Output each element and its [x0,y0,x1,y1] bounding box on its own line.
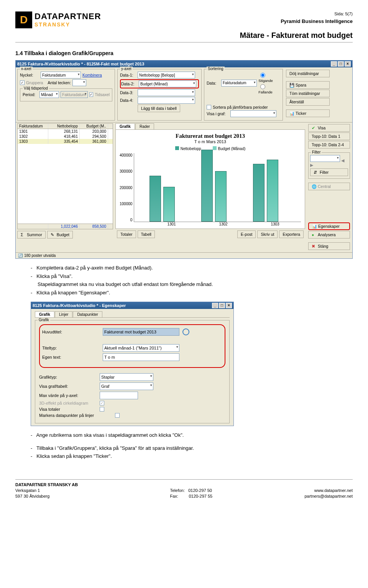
sortering-group: Sortering Data: Fakturadatum Stigande Fa… [204,69,283,121]
summor-button[interactable]: ΣSummor [17,231,46,238]
exportera-button[interactable]: Exportera [279,230,304,238]
egentext-input[interactable]: T o m [103,353,179,361]
huvudtitel-input[interactable]: Fakturerat mot budget 2013 [103,328,179,336]
side-buttons-top: Dölj inställningar 💾Spara Töm inställnin… [285,69,330,121]
sortera-jam-checkbox[interactable] [207,105,211,109]
data3-select[interactable] [138,89,195,96]
check-icon: ✔ [312,126,316,130]
egenskaper-button[interactable]: 📊Egenskaper [308,222,350,230]
window-title-2: 8125 Faktura-/Kvittoarkivstudio * - Egen… [33,303,126,308]
tab2-grafik[interactable]: Grafik [35,311,54,317]
footer-mail: partners@datapartner.net [304,493,353,499]
brand-name: DATAPARTNER [34,11,101,21]
bar-1303-budget [267,160,278,222]
minimize-button-2[interactable]: _ [212,303,218,308]
next-icon[interactable]: ▶ [310,163,313,167]
brand-sub: STRANSKY [34,21,101,28]
tab-grafik[interactable]: Grafik [115,123,135,129]
close-button[interactable]: × [345,61,351,67]
dolj-button[interactable]: Dölj inställningar [286,70,330,77]
studio-window: 8125 Faktura-/Kvittoarkivstudio * - 8125… [15,60,353,259]
page-title: Mätare - Fakturerat mot budget [240,31,353,40]
titeltyp-select[interactable]: Aktuell månad-1 ("Mars 2011") [103,344,179,352]
data4-select[interactable] [138,97,195,104]
markera-checkbox[interactable] [115,413,120,418]
prev-icon[interactable]: ◀ [341,158,344,163]
maxy-input[interactable] [100,392,138,399]
minimize-button[interactable]: _ [331,61,337,67]
data-table: Fakturadatum Nettobelopp Budget (M.. 130… [17,123,113,229]
antal-tecken-select[interactable] [72,79,86,86]
stigande-radio[interactable] [260,73,265,78]
globe-icon: 🌐 [312,184,316,189]
yaxis-group: y-axel Data-1: Nettobelopp [Belopp] Data… [117,69,202,121]
visatot-checkbox[interactable] [100,407,104,412]
lagg-till-button[interactable]: Lägg till data i tabell [138,105,180,112]
bar-1301-netto [150,176,161,222]
titlebar: 8125 Faktura-/Kvittoarkivstudio * - 8125… [16,60,352,67]
stang-button[interactable]: ✖Stäng [308,242,350,250]
fallande-radio[interactable] [260,84,265,89]
maximize-button[interactable]: □ [338,61,344,67]
search-icon[interactable] [182,328,189,335]
tab-rader[interactable]: Rader [135,123,154,129]
page-header: D DATAPARTNER STRANSKY Sida: 5(7) Pyrami… [15,11,353,42]
sort-data-select[interactable]: Fakturadatum [221,80,257,87]
refresh-icon[interactable]: 🔄 [18,253,23,258]
data2-select[interactable]: Budget (Månad) [139,80,196,87]
filter-button[interactable]: ⇵Filter [310,168,348,176]
x-axis: 1301 1302 1303 [134,222,301,226]
totaler-button[interactable]: Totaler [117,230,136,238]
xaxis-group: x-axel Nyckel: Fakturadatum Kombinera ✓ … [17,69,115,121]
ticker-button[interactable]: 📊Ticker [286,109,330,117]
kombinera-link[interactable]: Kombinera [82,73,102,77]
egenskaper-window: 8125 Faktura-/Kvittoarkivstudio * - Egen… [31,302,234,426]
nyckel-select[interactable]: Fakturadatum [41,72,81,78]
fakturadatum-select: Fakturadatum [61,91,87,98]
analyze-icon: ● [312,232,316,237]
epost-button[interactable]: E-post [237,230,256,238]
gruppera-checkbox[interactable]: ✓ [20,80,25,85]
topp10-24-button[interactable]: Topp-10: Data 2-4 [308,141,350,149]
filter-select[interactable] [310,155,340,162]
grafik-group: Grafik Huvudtitel: Fakturerat mot budget… [35,320,230,423]
data1-select[interactable]: Nettobelopp [Belopp] [138,72,195,78]
close-icon: ✖ [312,244,316,248]
titlebar-2: 8125 Faktura-/Kvittoarkivstudio * - Egen… [31,302,233,309]
footer-addr1: Verksgatan 1 [15,488,78,493]
visagraf-select[interactable]: Graf [100,382,153,390]
chart-area: Fakturerat mot budget 2013 T o m Mars 20… [115,129,305,229]
props-icon: 📊 [312,224,317,229]
bar-1303-netto [253,164,264,222]
y-axis: 400000 300000 200000 100000 0 [120,153,134,222]
visa-graf-select[interactable] [230,110,276,117]
spara-button[interactable]: 💾Spara [286,81,330,89]
visa-button[interactable]: ✔Visa [308,124,350,132]
window-title: 8125 Faktura-/Kvittoarkivstudio * - 8125… [17,62,144,66]
bar-1301-budget [163,187,175,222]
tab2-linjer[interactable]: Linjer [55,311,72,317]
table-row[interactable]: 1303 335,454 361,000 [18,139,113,144]
footer-addr2: 597 30 Åtvidaberg [15,493,78,499]
chart-subtitle: T o m Mars 2013 [120,139,301,144]
skrivut-button[interactable]: Skriv ut [257,230,278,238]
topp10-1-button[interactable]: Topp-10: Data 1 [308,132,350,140]
tabell-button[interactable]: Tabell [138,230,155,238]
close-button-2[interactable]: × [226,303,232,308]
table-row[interactable]: 1302 418,461 294,500 [18,134,113,139]
threeD-checkbox: ✓ [100,401,104,405]
grafiktyp-select[interactable]: Staplar [100,373,153,381]
aterstall-button[interactable]: Återställ [286,98,330,106]
tom-button[interactable]: Töm inställningar [286,90,330,97]
budget-button[interactable]: ✎Budget [47,231,73,238]
period-select[interactable]: Månad [39,91,59,98]
table-row[interactable]: 1301 268,131 203,000 [18,129,113,134]
analysera-button[interactable]: ●Analysera [308,231,350,238]
footer-company: DATAPARTNER STRANSKY AB [15,482,78,488]
logo-mark: D [15,11,32,28]
tidsaxel-checkbox[interactable]: ✓ [89,92,94,97]
logo: D DATAPARTNER STRANSKY [15,11,101,40]
instruction-list-2: - Ange rubrikerna som ska visas i stapel… [31,431,353,439]
tab2-data[interactable]: Datapunkter [73,311,102,317]
maximize-button-2[interactable]: □ [219,303,225,308]
